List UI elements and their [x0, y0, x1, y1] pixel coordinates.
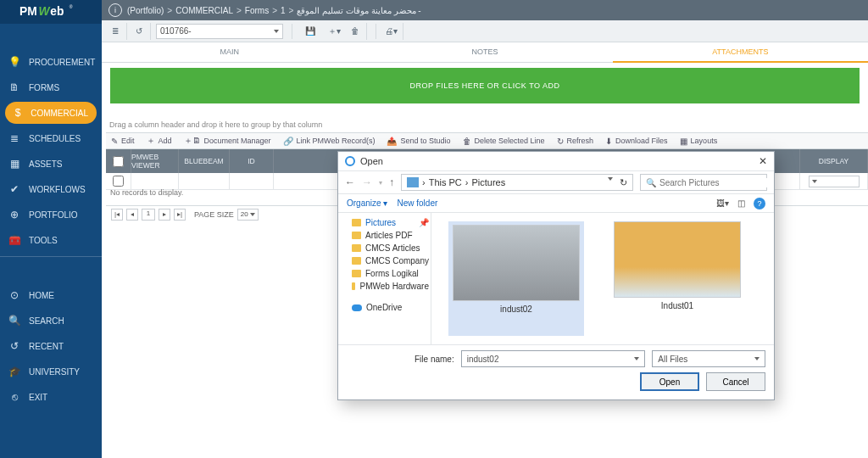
- pager-size-label: PAGE SIZE: [194, 210, 234, 219]
- nav-recent-icon[interactable]: ▾: [379, 179, 382, 187]
- tree-item[interactable]: PMWeb Hardware: [352, 280, 429, 293]
- sidebar-item-university[interactable]: 🎓UNIVERSITY: [0, 359, 102, 384]
- nav-forward-icon[interactable]: →: [362, 176, 372, 188]
- cancel-button[interactable]: Cancel: [706, 372, 765, 391]
- print-icon[interactable]: 🖨▾: [385, 23, 403, 40]
- svg-text:W: W: [38, 5, 50, 18]
- delete-icon[interactable]: 🗑: [348, 23, 367, 40]
- logo: PMWeb®: [0, 0, 102, 24]
- action-add[interactable]: ＋Add: [147, 135, 172, 147]
- tree-item[interactable]: Pictures📌: [352, 216, 429, 229]
- sidebar-item-home[interactable]: ⊙HOME: [0, 282, 102, 308]
- th-display[interactable]: DISPLAY: [800, 149, 868, 173]
- breadcrumb[interactable]: (Portfolio) > COMMERCIAL > Forms > 1 > م…: [127, 6, 421, 15]
- new-folder-button[interactable]: New folder: [397, 198, 437, 208]
- sidebar-item-commercial[interactable]: $COMMERCIAL: [5, 102, 97, 124]
- sidebar-item-exit[interactable]: ⎋EXIT: [0, 384, 102, 410]
- thumbnail: [614, 221, 741, 298]
- th-id[interactable]: ID: [230, 149, 274, 173]
- action-send-to-studio[interactable]: 📤Send to Studio: [387, 137, 450, 146]
- nav-path[interactable]: ›This PC›Pictures ↻: [401, 174, 633, 191]
- tab-notes[interactable]: NOTES: [357, 42, 612, 62]
- sidebar-item-schedules[interactable]: ≣SCHEDULES: [0, 126, 102, 151]
- view-icon[interactable]: 🖼▾: [716, 198, 729, 208]
- dialog-file-pane[interactable]: indust02Indust01: [431, 213, 774, 344]
- folder-icon: [352, 270, 361, 277]
- file-card[interactable]: indust02: [448, 221, 584, 336]
- sidebar-icon: 🗎: [8, 81, 20, 93]
- info-icon[interactable]: i: [108, 3, 122, 17]
- sidebar-item-forms[interactable]: 🗎FORMS: [0, 75, 102, 100]
- dialog-side-tree[interactable]: Pictures📌Articles PDFCMCS ArticlesCMCS C…: [338, 213, 431, 344]
- file-name: indust02: [500, 304, 532, 314]
- preview-icon[interactable]: ◫: [737, 198, 745, 208]
- tabs: MAINNOTESATTACHMENTS: [102, 42, 868, 63]
- refresh-icon[interactable]: ↻: [620, 177, 627, 188]
- th-pmviewer[interactable]: PMWEB VIEWER: [131, 149, 179, 173]
- sidebar-item-assets[interactable]: ▦ASSETS: [0, 151, 102, 176]
- search-input[interactable]: 🔍: [640, 174, 767, 191]
- pager-current[interactable]: 1: [142, 209, 155, 221]
- sidebar-icon: $: [14, 107, 22, 119]
- nav-back-icon[interactable]: ←: [345, 176, 355, 188]
- cloud-icon: [352, 304, 362, 311]
- pager-first[interactable]: |◂: [111, 209, 123, 221]
- sidebar-item-recent[interactable]: ↺RECENT: [0, 333, 102, 359]
- sidebar-item-procurement[interactable]: 💡PROCUREMENT: [0, 49, 102, 75]
- sidebar-icon: 🎓: [8, 366, 20, 377]
- open-button[interactable]: Open: [640, 372, 699, 391]
- tree-item[interactable]: CMCS Articles: [352, 242, 429, 254]
- pager-last[interactable]: ▸|: [174, 209, 186, 221]
- history-icon[interactable]: ↺: [132, 23, 151, 40]
- record-dropdown[interactable]: 010766-: [156, 24, 283, 39]
- dialog-title: Open: [360, 156, 383, 166]
- th-bluebeam[interactable]: BLUEBEAM: [179, 149, 230, 173]
- filename-input[interactable]: indust02: [461, 350, 646, 367]
- no-records: No records to display.: [110, 188, 183, 197]
- file-card[interactable]: Indust01: [609, 221, 745, 336]
- sidebar-item-tools[interactable]: 🧰TOOLS: [0, 227, 102, 253]
- action-link-pmweb-record-s-[interactable]: 🔗Link PMWeb Record(s): [283, 137, 376, 146]
- add-icon[interactable]: ＋▾: [325, 23, 343, 40]
- sidebar-icon: ⊙: [8, 289, 20, 301]
- tree-item[interactable]: Forms Logikal: [352, 267, 429, 280]
- action-refresh[interactable]: ↻Refresh: [557, 137, 594, 146]
- close-icon[interactable]: ✕: [759, 155, 767, 167]
- sidebar-item-portfolio[interactable]: ⊕PORTFOLIO: [0, 202, 102, 227]
- filter-select[interactable]: All Files: [652, 350, 765, 367]
- action-document-manager[interactable]: ＋🗎Document Manager: [184, 135, 271, 147]
- display-select[interactable]: [809, 176, 860, 187]
- pc-icon: [407, 177, 419, 187]
- pager-prev[interactable]: ◂: [126, 209, 138, 221]
- tab-attachments[interactable]: ATTACHMENTS: [613, 42, 868, 63]
- save-icon[interactable]: 💾: [301, 23, 320, 40]
- pager-next[interactable]: ▸: [159, 209, 170, 221]
- sidebar-icon: 🧰: [8, 234, 20, 246]
- file-dropzone[interactable]: DROP FILES HERE OR CLICK TO ADD: [110, 68, 860, 103]
- help-icon[interactable]: ?: [754, 198, 765, 209]
- action-layouts[interactable]: ▦Layouts: [680, 137, 718, 146]
- tree-item[interactable]: CMCS Company: [352, 254, 429, 267]
- th-checkbox[interactable]: [106, 149, 131, 173]
- sidebar-icon: 🔍: [8, 315, 20, 327]
- pager-size[interactable]: 20: [237, 209, 259, 221]
- tab-main[interactable]: MAIN: [102, 42, 357, 62]
- action-download-files[interactable]: ⬇Download Files: [605, 137, 668, 146]
- row-checkbox[interactable]: [113, 176, 124, 187]
- folder-icon: [352, 257, 361, 265]
- action-edit[interactable]: ✎Edit: [111, 137, 135, 146]
- sidebar: PMWeb® 💡PROCUREMENT🗎FORMS$COMMERCIAL≣SCH…: [0, 0, 102, 458]
- thumbnail: [453, 225, 580, 301]
- sidebar-icon: ≣: [8, 132, 20, 144]
- list-icon[interactable]: ≣: [108, 23, 127, 40]
- action-delete-selected-line[interactable]: 🗑Delete Selected Line: [463, 137, 545, 146]
- organize-button[interactable]: Organize ▾: [347, 198, 387, 208]
- folder-icon: [352, 244, 361, 252]
- group-header[interactable]: Drag a column header and drop it here to…: [106, 119, 868, 132]
- onedrive-item[interactable]: OneDrive: [352, 301, 429, 314]
- sidebar-item-search[interactable]: 🔍SEARCH: [0, 308, 102, 333]
- tree-item[interactable]: Articles PDF: [352, 229, 429, 242]
- nav-up-icon[interactable]: ↑: [389, 176, 394, 188]
- sidebar-item-workflows[interactable]: ✔WORKFLOWS: [0, 176, 102, 202]
- topbar: i (Portfolio) > COMMERCIAL > Forms > 1 >…: [102, 0, 868, 20]
